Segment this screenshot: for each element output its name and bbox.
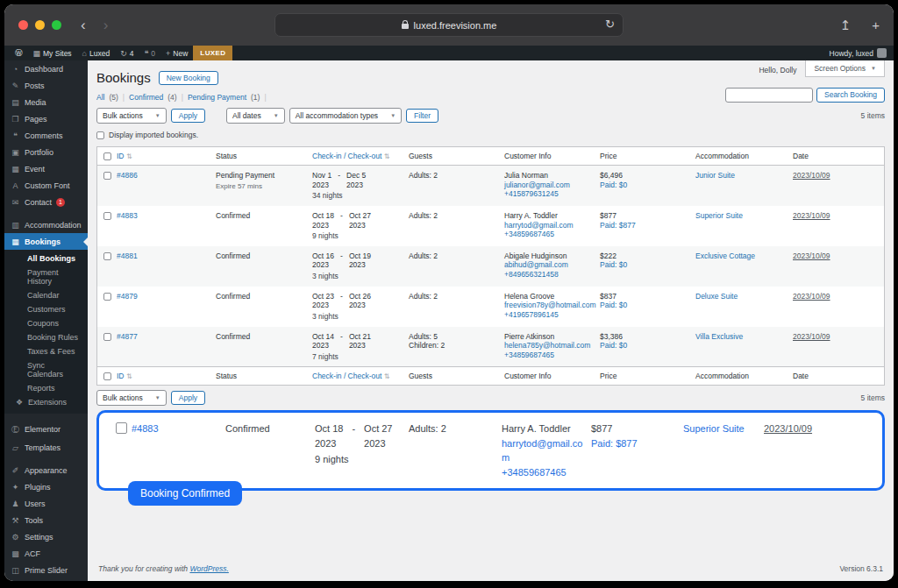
customer-email-link[interactable]: julianor@gmail.com (504, 181, 593, 190)
maximize-window-button[interactable] (52, 20, 61, 30)
sidebar-item[interactable]: ▦ Event (4, 160, 88, 177)
accommodation-link[interactable]: Superior Suite (683, 423, 745, 434)
booking-id-link[interactable]: #4883 (132, 423, 159, 434)
browser-forward-button[interactable]: › (103, 18, 109, 32)
bulk-actions-select[interactable]: Bulk actions ▼ (96, 108, 167, 124)
column-header-id[interactable]: ID ⇅ (117, 152, 216, 160)
search-booking-button[interactable]: Search Booking (816, 88, 885, 103)
customer-email-link[interactable]: freevision78y@hotmail.com (504, 301, 593, 310)
accommodation-link[interactable]: Superior Suite (695, 211, 743, 220)
sidebar-item[interactable]: ❝ Comments (4, 127, 88, 144)
sidebar-item[interactable]: ♟ Users (4, 495, 88, 512)
sidebar-subitem[interactable]: ❖ Extensions (4, 395, 88, 409)
price-paid-link[interactable]: Paid: $877 (600, 221, 688, 230)
booking-id-link[interactable]: #4883 (117, 211, 138, 220)
all-dates-select[interactable]: All dates ▼ (226, 108, 285, 124)
new-tab-icon[interactable]: + (872, 18, 880, 32)
accommodation-link[interactable]: Villa Exclusive (695, 332, 743, 341)
view-filter-link[interactable]: Confirmed (129, 93, 163, 102)
filter-button[interactable]: Filter (406, 109, 438, 123)
booking-date-link[interactable]: 2023/10/09 (793, 251, 830, 260)
customer-phone-link[interactable]: +419657896145 (504, 310, 593, 320)
apply-button-bottom[interactable]: Apply (171, 391, 205, 405)
accommodation-link[interactable]: Exclusive Cottage (695, 251, 755, 260)
price-paid-link[interactable]: Paid: $0 (600, 181, 688, 190)
customer-email-link[interactable]: abihud@gmail.com (504, 260, 593, 270)
address-bar[interactable]: luxed.freevision.me ↻ (274, 13, 624, 37)
accommodation-link[interactable]: Junior Suite (695, 171, 735, 180)
browser-back-button[interactable]: ‹ (81, 18, 86, 32)
booking-date-link[interactable]: 2023/10/09 (793, 332, 830, 341)
price-paid-link[interactable]: Paid: $0 (600, 301, 688, 310)
booking-id-link[interactable]: #4879 (117, 292, 138, 301)
row-checkbox[interactable] (103, 333, 111, 341)
column-header-checkin[interactable]: Check-in / Check-out ⇅ (312, 152, 409, 160)
sidebar-item[interactable]: ▥ Accommodation (4, 216, 88, 233)
sidebar-item[interactable]: ▩ ACF (4, 545, 88, 562)
customer-phone-link[interactable]: +34859687465 (504, 351, 593, 360)
bulk-actions-select-bottom[interactable]: Bulk actions ▼ (96, 390, 167, 406)
customer-phone-link[interactable]: +34859687465 (504, 230, 593, 239)
sidebar-subitem[interactable]: Sync Calendars (4, 358, 88, 381)
row-checkbox[interactable] (116, 422, 127, 434)
customer-email-link[interactable]: harrytod@gmail.com (502, 436, 584, 465)
avatar[interactable] (877, 48, 887, 58)
sidebar-item[interactable]: Ⓔ Elementor (4, 420, 88, 439)
admin-bar-site[interactable]: ⌂ Luxed (77, 46, 116, 60)
booking-date-link[interactable]: 2023/10/09 (793, 171, 830, 180)
view-filter-link[interactable]: All (96, 93, 104, 102)
admin-bar-my-sites[interactable]: ▦ My Sites (28, 46, 77, 60)
customer-phone-link[interactable]: +415879631245 (504, 189, 593, 199)
close-window-button[interactable] (18, 20, 28, 30)
sidebar-item[interactable]: ✦ Plugins (4, 478, 88, 495)
row-checkbox[interactable] (103, 252, 111, 260)
howdy-label[interactable]: Howdy, luxed (830, 49, 873, 58)
column-header-checkin[interactable]: Check-in / Check-out ⇅ (312, 372, 409, 380)
sidebar-subitem[interactable]: Calendar (4, 288, 88, 302)
sidebar-subitem[interactable]: Coupons (4, 316, 88, 330)
sidebar-item[interactable]: ⚙ Settings (4, 528, 88, 545)
admin-bar-new[interactable]: + New (160, 46, 193, 60)
sidebar-item[interactable]: ✐ Appearance (4, 462, 88, 478)
customer-phone-link[interactable]: +849656321458 (504, 270, 593, 280)
sidebar-item[interactable]: ▣ Portfolio (4, 144, 88, 160)
accommodation-type-select[interactable]: All accommodation types ▼ (289, 108, 402, 124)
customer-email-link[interactable]: harrytod@gmail.com (504, 221, 593, 230)
price-paid-link[interactable]: Paid: $0 (600, 341, 688, 351)
wordpress-logo-icon[interactable]: Ⓦ (10, 46, 28, 60)
price-paid-link[interactable]: Paid: $0 (600, 260, 688, 270)
select-all-checkbox[interactable] (103, 372, 111, 380)
row-checkbox[interactable] (103, 172, 111, 180)
apply-button[interactable]: Apply (171, 109, 205, 123)
accommodation-link[interactable]: Deluxe Suite (695, 292, 738, 301)
booking-date-link[interactable]: 2023/10/09 (764, 423, 812, 434)
customer-phone-link[interactable]: +34859687465 (502, 465, 584, 480)
booking-id-link[interactable]: #4877 (117, 332, 138, 341)
sidebar-item[interactable]: A Custom Font (4, 177, 88, 194)
sidebar-item[interactable]: ◫ Prime Slider (4, 562, 88, 578)
row-checkbox[interactable] (103, 293, 111, 301)
sidebar-item[interactable]: ▦ Bookings (4, 233, 88, 250)
sidebar-item[interactable]: ▤ Media (4, 94, 88, 110)
sidebar-item[interactable]: ✉ Contact 1 (4, 194, 88, 210)
sidebar-subitem[interactable]: Payment History (4, 266, 88, 288)
booking-id-link[interactable]: #4886 (117, 171, 138, 180)
booking-id-link[interactable]: #4881 (117, 251, 138, 260)
sidebar-item[interactable]: ◔ Dashboard (4, 60, 88, 77)
share-icon[interactable]: ↥ (840, 18, 852, 32)
sidebar-subitem[interactable]: Taxes & Fees (4, 344, 88, 358)
sidebar-item[interactable]: ❐ Pages (4, 110, 88, 127)
sidebar-subitem[interactable]: All Bookings (4, 251, 88, 266)
display-imported-checkbox[interactable] (96, 131, 104, 139)
admin-bar-comments[interactable]: ❝ 0 (139, 46, 161, 60)
sidebar-item[interactable]: ≋ Stratum (4, 578, 88, 581)
admin-bar-luxed-tab[interactable]: LUXED (193, 46, 232, 60)
sidebar-item[interactable]: ⚒ Tools (4, 512, 88, 528)
column-header-id[interactable]: ID ⇅ (117, 372, 216, 380)
admin-bar-updates[interactable]: ↻ 4 (115, 46, 139, 60)
new-booking-button[interactable]: New Booking (159, 71, 218, 85)
wordpress-link[interactable]: WordPress. (189, 564, 228, 573)
screen-options-tab[interactable]: Screen Options ▼ (805, 60, 885, 77)
search-input[interactable] (725, 88, 813, 103)
sidebar-subitem[interactable]: Booking Rules (4, 330, 88, 344)
